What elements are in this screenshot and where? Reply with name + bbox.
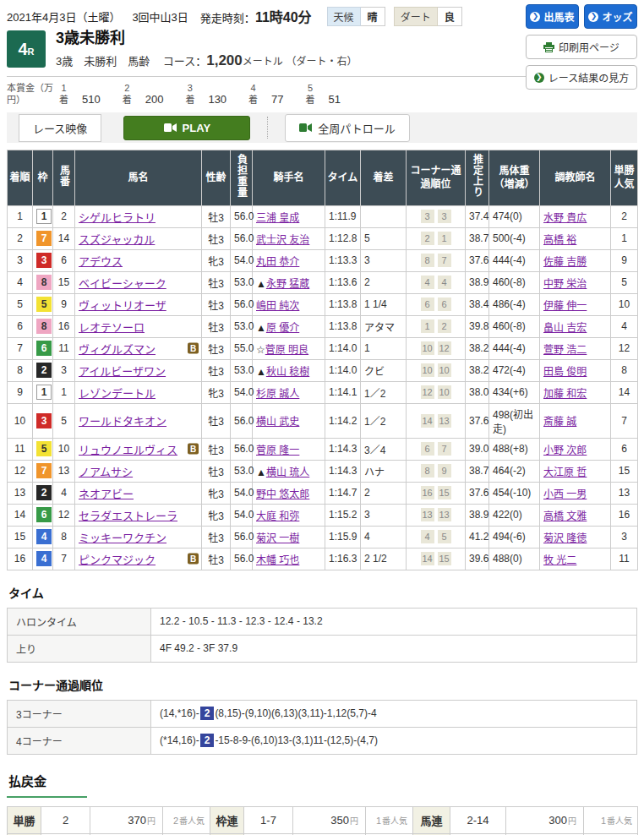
corner-positions: 1615 xyxy=(407,482,466,504)
print-page-button[interactable]: 印刷用ページ xyxy=(526,35,637,59)
trainer-link[interactable]: 畠山 吉宏 xyxy=(543,322,587,334)
blinker-badge: B xyxy=(188,554,199,565)
frame-cell: 6 xyxy=(33,504,53,526)
win-popularity: 12 xyxy=(611,337,638,359)
horse-name-link[interactable]: セラダエストレーラ xyxy=(79,510,177,522)
jockey-link[interactable]: 木幡 巧也 xyxy=(256,554,299,566)
margin: 4 xyxy=(361,526,407,548)
trainer-link[interactable]: 菊沢 隆徳 xyxy=(543,532,587,544)
horse-name-link[interactable]: ミッキーワクチン xyxy=(79,532,166,544)
trainer-cell: 高橋 裕 xyxy=(540,227,611,249)
race-number-badge: 4R xyxy=(7,30,46,68)
arrow-circle-icon: ❯ xyxy=(534,73,544,83)
leader-highlight: 2 xyxy=(200,734,215,747)
finish-time: 1:11.9 xyxy=(325,205,361,227)
horse-name-link[interactable]: ヴィグルズマン xyxy=(79,343,156,356)
agari-row: 上り 4F 49.2 - 3F 37.9 xyxy=(8,635,637,662)
trainer-link[interactable]: 高橋 文雅 xyxy=(543,510,587,522)
col-margin: 着差 xyxy=(361,150,407,205)
camera-icon xyxy=(299,123,312,132)
sex-age: 牡3 xyxy=(202,315,231,337)
win-popularity: 4 xyxy=(611,315,638,337)
apprentice-mark: ▲ xyxy=(256,322,266,334)
col-carried-weight: 負担重量 xyxy=(231,150,253,205)
finish-position: 1 xyxy=(8,205,33,227)
jockey-link[interactable]: 永野 猛蔵 xyxy=(266,278,309,290)
trainer-link[interactable]: 伊藤 伸一 xyxy=(543,300,587,312)
trainer-link[interactable]: 加藤 和宏 xyxy=(543,388,587,400)
horse-number: 6 xyxy=(53,249,75,271)
horse-name-cell: ベイビーシャーク B xyxy=(75,271,202,293)
jockey-link[interactable]: 菅原 隆一 xyxy=(256,445,299,456)
trainer-link[interactable]: 中野 栄治 xyxy=(543,278,587,290)
jockey-cell: 丸田 恭介 xyxy=(253,249,325,271)
frame-badge: 6 xyxy=(36,341,52,356)
result-row: 4 8 15 ベイビーシャーク B 牡3 53.0 ▲永野 猛蔵 1:13.6 … xyxy=(8,271,638,293)
trainer-link[interactable]: 大江原 哲 xyxy=(543,467,587,478)
sex-age: 牡3 xyxy=(202,227,231,249)
trainer-link[interactable]: 水野 貴広 xyxy=(543,212,587,224)
trainer-link[interactable]: 小野 次郎 xyxy=(543,445,587,456)
jockey-link[interactable]: 菅原 明良 xyxy=(265,344,308,356)
horse-name-link[interactable]: アイルビーザワン xyxy=(79,365,166,378)
jockey-link[interactable]: 横山 武史 xyxy=(256,416,299,428)
jockey-link[interactable]: 原 優介 xyxy=(266,322,299,334)
jockey-cell: 菅原 隆一 xyxy=(253,438,325,460)
trainer-link[interactable]: 萱野 浩二 xyxy=(543,344,587,356)
horse-name-link[interactable]: ノアムサシ xyxy=(79,466,133,478)
entries-button[interactable]: ❯ 出馬表 xyxy=(526,4,579,29)
horse-name-link[interactable]: シゲルヒラトリ xyxy=(79,211,156,224)
horse-name-link[interactable]: ネオアビー xyxy=(79,488,134,500)
jockey-link[interactable]: 丸田 恭介 xyxy=(256,256,299,268)
trainer-link[interactable]: 牧 光二 xyxy=(543,554,576,566)
horse-name-link[interactable]: レオテソーロ xyxy=(79,321,145,334)
result-row: 9 1 1 レゾンデートル B 牝3 54.0 杉原 誠人 1:14.1 1／2… xyxy=(8,381,638,403)
corner-positions: 33 xyxy=(407,205,466,227)
quinella-combo: 2-14 xyxy=(450,806,506,833)
jockey-link[interactable]: 菊沢 一樹 xyxy=(256,532,299,544)
finish-position: 11 xyxy=(8,438,33,460)
jockey-link[interactable]: 三浦 皇成 xyxy=(256,212,299,224)
horse-name-link[interactable]: ワールドタキオン xyxy=(79,415,166,428)
furlong-time-row: ハロンタイム 12.2 - 10.5 - 11.3 - 12.3 - 12.4 … xyxy=(8,608,637,635)
patrol-video-button[interactable]: 全周パトロール xyxy=(285,114,409,142)
trainer-link[interactable]: 田島 俊明 xyxy=(543,366,587,378)
horse-name-link[interactable]: レゾンデートル xyxy=(79,387,156,400)
carried-weight: 53.0 xyxy=(231,315,253,337)
win-popularity: 16 xyxy=(611,504,638,526)
jockey-cell: ☆菅原 明良 xyxy=(253,337,325,359)
horse-name-link[interactable]: リュウノエルヴィス xyxy=(79,444,177,456)
horse-name-link[interactable]: アデウス xyxy=(79,255,123,268)
win-popularity: 7 xyxy=(611,403,638,438)
horse-name-link[interactable]: ヴィットリオーザ xyxy=(79,299,166,312)
trainer-link[interactable]: 斎藤 誠 xyxy=(543,416,576,428)
result-row: 8 2 3 アイルビーザワン B 牡3 53.0 ▲秋山 稔樹 1:14.0 ク… xyxy=(8,359,638,381)
jockey-link[interactable]: 大庭 和弥 xyxy=(256,510,299,522)
printer-icon xyxy=(543,42,554,52)
frame-badge: 4 xyxy=(36,529,52,544)
trainer-cell: 加藤 和宏 xyxy=(540,381,611,403)
jockey-link[interactable]: 杉原 誠人 xyxy=(256,388,299,400)
trainer-cell: 中野 栄治 xyxy=(540,271,611,293)
odds-button[interactable]: ❯ オッズ xyxy=(584,4,637,29)
jockey-link[interactable]: 嶋田 純次 xyxy=(256,300,299,312)
jockey-link[interactable]: 野中 悠太郎 xyxy=(256,488,309,500)
corner-positions: 44 xyxy=(407,271,466,293)
jockey-link[interactable]: 秋山 稔樹 xyxy=(266,366,309,378)
frame-badge: 1 xyxy=(36,209,52,224)
horse-number: 11 xyxy=(53,337,75,359)
trainer-link[interactable]: 佐藤 吉勝 xyxy=(543,256,587,268)
trainer-cell: 牧 光二 xyxy=(540,548,611,570)
horse-name-cell: ネオアビー B xyxy=(75,482,202,504)
horse-name-link[interactable]: スズジャッカル xyxy=(79,233,155,246)
horse-name-link[interactable]: ベイビーシャーク xyxy=(79,277,166,290)
play-button[interactable]: PLAY xyxy=(123,116,250,140)
result-guide-button[interactable]: ❯ レース結果の見方 xyxy=(526,65,637,90)
horse-name-link[interactable]: ピンクマジック xyxy=(79,554,156,566)
margin xyxy=(361,205,407,227)
jockey-link[interactable]: 横山 琉人 xyxy=(266,467,309,478)
trainer-link[interactable]: 小西 一男 xyxy=(543,488,587,500)
jockey-link[interactable]: 武士沢 友治 xyxy=(256,234,309,246)
corner-positions: 45 xyxy=(407,526,466,548)
trainer-link[interactable]: 高橋 裕 xyxy=(543,234,576,246)
